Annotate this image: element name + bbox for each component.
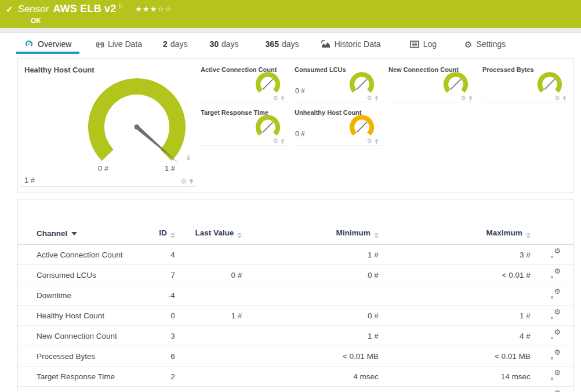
divider	[21, 186, 195, 187]
channels-panel: Channel ID Last Value Minimum Maximum	[17, 199, 574, 392]
channel-maximum	[383, 285, 535, 306]
gauge-arc	[88, 78, 186, 161]
tab-historic-data[interactable]: Historic Data	[321, 33, 381, 55]
stars-empty: ☆☆	[157, 5, 172, 13]
channel-minimum: 0 #	[246, 387, 383, 392]
channel-name[interactable]: Active Connection Count	[18, 245, 145, 265]
tab-live-data[interactable]: ((•)) Live Data	[96, 33, 142, 55]
gauge-cell-processed-bytes[interactable]: Processed Bytes ⚙	[482, 65, 571, 103]
channel-maximum: 4 #	[383, 326, 535, 346]
gauge-cell-unhealthy-host-count[interactable]: Unhealthy Host Count 0 # ⚙	[295, 108, 383, 146]
tab-settings-label: Settings	[476, 39, 506, 49]
channel-minimum	[246, 285, 383, 306]
channel-id: 2	[145, 366, 180, 387]
channel-id: 7	[145, 265, 180, 285]
pin-icon[interactable]	[280, 96, 285, 101]
channel-minimum: 4 msec	[246, 366, 383, 387]
tab-30-days[interactable]: 30 days	[209, 33, 238, 55]
channel-maximum: < 0.01 MB	[383, 346, 535, 366]
table-row[interactable]: Unhealthy Host Count 1 0 # 0 # 1 # ⚙	[18, 387, 573, 392]
channel-name[interactable]: Downtime	[18, 285, 145, 306]
table-row[interactable]: Healthy Host Count 0 1 # 0 # 1 # ⚙	[18, 306, 573, 326]
table-row[interactable]: Consumed LCUs 7 0 # 0 # < 0.01 # ⚙	[18, 265, 573, 285]
tab-30-days-number: 30	[209, 39, 219, 49]
channel-maximum: 1 #	[383, 387, 535, 392]
column-header-maximum[interactable]: Maximum	[383, 225, 535, 245]
gauge-cell-target-response-time[interactable]: Target Response Time ⚙	[201, 108, 289, 146]
column-header-channel-label: Channel	[37, 229, 67, 238]
channel-settings-icon[interactable]: ⚙	[551, 290, 561, 299]
tab-365-days-label: days	[282, 39, 299, 49]
object-kind-label: Sensor	[18, 3, 49, 15]
column-header-channel[interactable]: Channel	[18, 225, 145, 245]
table-row[interactable]: Processed Bytes 6 < 0.01 MB < 0.01 MB ⚙	[18, 346, 573, 366]
broadcast-icon: ((•))	[96, 41, 104, 48]
table-row[interactable]: Downtime -4 ⚙	[18, 285, 573, 306]
sort-icon	[237, 233, 242, 238]
tab-settings[interactable]: ⚙ Settings	[464, 33, 506, 55]
pin-icon[interactable]	[280, 139, 285, 144]
table-row[interactable]: Target Response Time 2 4 msec 14 msec ⚙	[18, 366, 573, 387]
sensor-header: ✓ Sensor AWS ELB v2 ⚐ ★★★☆☆ OK	[0, 0, 581, 28]
gauge-cell-new-connection-count[interactable]: New Connection Count ⚙	[388, 65, 477, 103]
tab-overview[interactable]: Overview	[16, 33, 79, 55]
channel-maximum: 1 #	[383, 306, 535, 326]
gauge-value: 0 #	[295, 130, 305, 138]
healthy-host-count-gauge: x̄ 0 # 1 #	[76, 71, 209, 175]
column-header-last-value[interactable]: Last Value	[180, 225, 247, 245]
channel-settings-icon[interactable]: ⚙	[551, 351, 561, 360]
pin-icon[interactable]	[374, 139, 379, 144]
tab-365-days[interactable]: 365 days	[266, 33, 299, 55]
channel-gear-icon[interactable]: ⚙	[460, 95, 466, 101]
tab-30-days-label: days	[221, 39, 239, 49]
channel-settings-icon[interactable]: ⚙	[551, 249, 561, 258]
channel-last-value	[180, 285, 247, 306]
tab-bar: Overview ((•)) Live Data 2 days 30 days …	[0, 33, 581, 55]
channel-gear-icon[interactable]: ⚙	[366, 95, 372, 101]
gauge-value: 0 #	[295, 87, 305, 95]
table-row[interactable]: Active Connection Count 4 1 # 3 # ⚙	[18, 245, 573, 265]
channel-last-value	[180, 326, 247, 346]
channel-name[interactable]: Target Response Time	[18, 366, 145, 387]
channel-id: 3	[145, 326, 180, 346]
column-header-last-value-label: Last Value	[195, 228, 234, 237]
channel-name[interactable]: Healthy Host Count	[18, 306, 145, 326]
tab-log[interactable]: Log	[410, 33, 437, 55]
channel-settings-icon[interactable]: ⚙	[551, 310, 561, 319]
column-header-minimum[interactable]: Minimum	[246, 225, 383, 245]
channel-gear-icon[interactable]: ⚙	[273, 138, 278, 144]
tab-2-days[interactable]: 2 days	[163, 33, 187, 55]
needle-hub	[135, 125, 140, 130]
channel-name[interactable]: New Connection Count	[18, 326, 145, 346]
cell-actions: ⚙	[273, 138, 285, 144]
table-row[interactable]: New Connection Count 3 1 # 4 # ⚙	[18, 326, 573, 346]
gauge-scale-max: 1 #	[165, 164, 176, 173]
channel-gear-icon[interactable]: ⚙	[366, 138, 372, 144]
channel-name[interactable]: Processed Bytes	[18, 346, 145, 366]
pin-icon[interactable]	[562, 96, 567, 101]
cell-actions: ⚙	[366, 138, 379, 144]
gauges-panel: Healthy Host Count x̄ 0 # 1 # 1 # ⚙ Acti…	[17, 58, 574, 193]
cell-actions: ⚙	[554, 95, 567, 101]
primary-gauge-cell[interactable]: Healthy Host Count x̄ 0 # 1 # 1 # ⚙	[18, 59, 198, 193]
column-header-id[interactable]: ID	[145, 225, 180, 245]
channel-gear-icon[interactable]: ⚙	[180, 178, 187, 185]
gauge-scale-min: 0 #	[98, 164, 109, 173]
pin-icon[interactable]	[374, 96, 379, 101]
channel-minimum: 0 #	[246, 265, 383, 285]
column-header-minimum-label: Minimum	[336, 228, 370, 237]
channel-gear-icon[interactable]: ⚙	[273, 95, 278, 101]
channel-gear-icon[interactable]: ⚙	[554, 95, 560, 101]
channel-settings-icon[interactable]: ⚙	[551, 331, 561, 339]
flag-icon[interactable]: ⚐	[118, 3, 124, 10]
channel-name[interactable]: Consumed LCUs	[18, 265, 145, 285]
pin-icon[interactable]	[188, 179, 194, 185]
gauge-cell-consumed-lcus[interactable]: Consumed LCUs 0 # ⚙	[295, 65, 383, 103]
channel-settings-icon[interactable]: ⚙	[551, 371, 561, 380]
column-header-id-label: ID	[159, 228, 167, 237]
priority-stars[interactable]: ★★★☆☆	[135, 5, 172, 13]
channel-name[interactable]: Unhealthy Host Count	[18, 387, 145, 392]
pin-icon[interactable]	[468, 96, 473, 101]
channel-settings-icon[interactable]: ⚙	[551, 270, 561, 278]
gauge-cell-active-connection-count[interactable]: Active Connection Count ⚙	[201, 65, 289, 103]
